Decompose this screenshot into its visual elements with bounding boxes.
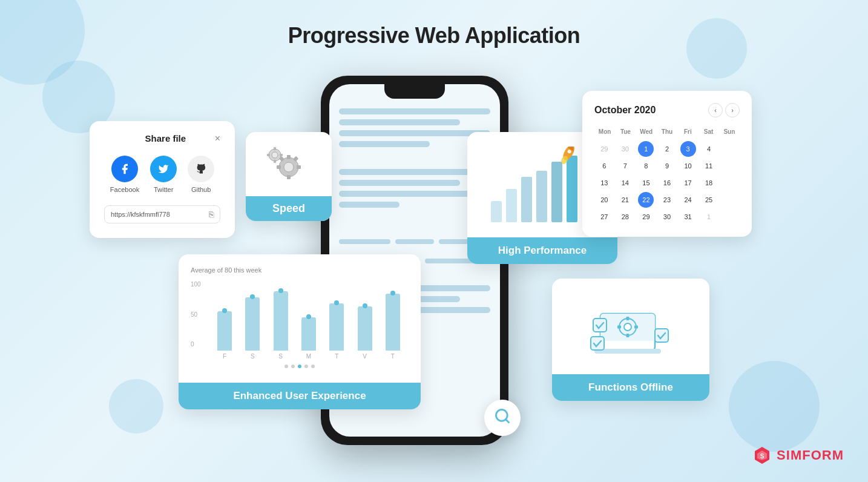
calendar-month: October 2020	[594, 105, 656, 116]
svg-point-9	[272, 152, 278, 158]
search-fab-icon	[494, 408, 511, 429]
cal-day-9[interactable]: 9	[659, 158, 675, 174]
search-fab-button[interactable]	[484, 400, 521, 436]
bar-chart: F S S M	[209, 281, 409, 360]
enhanced-ux-card: Average of 80 this week 100 50 0 F	[179, 254, 421, 409]
cal-day-23[interactable]: 23	[659, 192, 675, 208]
phone-notch	[384, 84, 445, 99]
cal-day-1[interactable]: 1	[638, 141, 654, 157]
svg-rect-36	[655, 329, 668, 342]
chart-subtitle: Average of 80 this week	[191, 266, 409, 274]
chart-y-50: 50	[191, 311, 201, 318]
cal-day-27[interactable]: 27	[596, 209, 612, 225]
bar-label-t1: T	[335, 353, 338, 360]
cal-day-22[interactable]: 22	[638, 192, 654, 208]
svg-rect-37	[591, 337, 604, 350]
cal-day-29-prev[interactable]: 29	[596, 141, 612, 157]
svg-rect-18	[551, 162, 562, 222]
copy-icon[interactable]: ⎘	[209, 210, 214, 219]
cal-day-4[interactable]: 4	[701, 141, 717, 157]
cal-day-20[interactable]: 20	[596, 192, 612, 208]
day-fri: Fri	[677, 126, 698, 137]
cal-day-31[interactable]: 31	[680, 209, 696, 225]
cal-day-empty4	[722, 192, 738, 208]
phone-line	[339, 119, 460, 125]
share-file-card: Share file × Facebook Twitter Github htt…	[90, 121, 235, 238]
dot-2	[291, 365, 295, 368]
simform-icon: S	[752, 446, 772, 465]
cal-day-empty	[722, 141, 738, 157]
cal-day-1-next[interactable]: 1	[701, 209, 717, 225]
chart-y-100: 100	[191, 281, 201, 288]
bar-label-f: F	[223, 353, 226, 360]
calendar-navigation: ‹ ›	[708, 103, 740, 117]
share-card-title: Share file	[116, 133, 215, 144]
calendar-grid: 29 30 1 2 3 4 6 7 8 9 10 11 13 14 15 16 …	[594, 141, 740, 225]
svg-rect-32	[634, 326, 638, 329]
day-thu: Thu	[657, 126, 677, 137]
cal-day-29[interactable]: 29	[638, 209, 654, 225]
offline-icon	[582, 295, 679, 362]
github-share-item[interactable]: Github	[188, 156, 214, 193]
close-button[interactable]: ×	[215, 134, 220, 144]
cal-day-empty3	[722, 175, 738, 191]
bar-s1: S	[243, 297, 262, 360]
svg-rect-17	[536, 171, 547, 222]
cal-day-17[interactable]: 17	[680, 175, 696, 191]
facebook-icon	[111, 156, 138, 182]
chart-y-0: 0	[191, 341, 201, 348]
svg-line-25	[505, 419, 508, 422]
cal-day-10[interactable]: 10	[680, 158, 696, 174]
cal-day-7[interactable]: 7	[617, 158, 633, 174]
svg-point-29	[624, 323, 631, 331]
calendar-header: October 2020 ‹ ›	[594, 103, 740, 117]
bar-m: M	[299, 317, 318, 360]
cal-day-14[interactable]: 14	[617, 175, 633, 191]
share-icons-row: Facebook Twitter Github	[104, 156, 220, 193]
twitter-share-item[interactable]: Twitter	[150, 156, 177, 193]
cal-day-24[interactable]: 24	[680, 192, 696, 208]
dot-5	[311, 365, 315, 368]
calendar-days-header: Mon Tue Wed Thu Fri Sat Sun	[594, 126, 740, 137]
enhanced-top: Average of 80 this week 100 50 0 F	[179, 254, 421, 383]
svg-rect-19	[567, 156, 577, 222]
functions-offline-card: Functions Offline	[552, 279, 709, 401]
dot-3	[298, 365, 301, 368]
cal-day-16[interactable]: 16	[659, 175, 675, 191]
chart-page-dots	[191, 360, 409, 373]
cal-day-6[interactable]: 6	[596, 158, 612, 174]
calendar-prev-button[interactable]: ‹	[708, 103, 723, 117]
cal-day-30[interactable]: 30	[659, 209, 675, 225]
bar-v: V	[355, 306, 374, 360]
cal-day-15[interactable]: 15	[638, 175, 654, 191]
cal-day-21[interactable]: 21	[617, 192, 633, 208]
day-mon: Mon	[594, 126, 615, 137]
bar-t1: T	[327, 303, 346, 360]
cal-day-11[interactable]: 11	[701, 158, 717, 174]
cal-day-2[interactable]: 2	[659, 141, 675, 157]
twitter-icon	[150, 156, 177, 182]
cal-day-28[interactable]: 28	[617, 209, 633, 225]
cal-day-8[interactable]: 8	[638, 158, 654, 174]
cal-day-30-prev[interactable]: 30	[617, 141, 633, 157]
dot-4	[304, 365, 308, 368]
offline-label: Functions Offline	[588, 381, 673, 393]
svg-rect-33	[617, 326, 621, 329]
day-tue: Tue	[615, 126, 636, 137]
facebook-share-item[interactable]: Facebook	[110, 156, 139, 193]
svg-rect-5	[277, 165, 281, 169]
cal-day-3[interactable]: 3	[680, 141, 696, 157]
svg-rect-13	[267, 154, 270, 156]
cal-day-13[interactable]: 13	[596, 175, 612, 191]
cal-day-18[interactable]: 18	[701, 175, 717, 191]
svg-rect-4	[297, 165, 301, 169]
day-sat: Sat	[698, 126, 718, 137]
cal-day-25[interactable]: 25	[701, 192, 717, 208]
facebook-label: Facebook	[110, 186, 139, 193]
svg-rect-34	[594, 349, 661, 354]
svg-rect-12	[280, 154, 283, 156]
svg-rect-10	[274, 147, 276, 150]
bar-label-s2: S	[278, 353, 283, 360]
calendar-next-button[interactable]: ›	[725, 103, 740, 117]
cal-day-empty5	[722, 209, 738, 225]
